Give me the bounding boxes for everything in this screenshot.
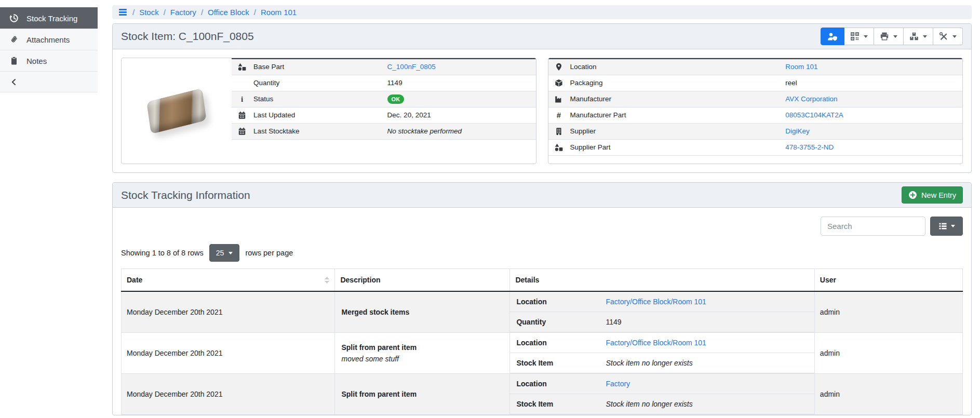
breadcrumb-separator: / (164, 8, 166, 17)
table-row: Monday December 20th 2021 Split from par… (122, 333, 963, 374)
quantity-value: 1149 (387, 79, 402, 87)
print-actions-button[interactable] (874, 28, 904, 45)
detail-sub-row: Location Factory/Office Block/Room 101 (510, 333, 814, 353)
tracking-details: Location Factory/Office Block/Room 101 S… (510, 333, 814, 374)
column-header-label: Date (127, 276, 325, 284)
page-size-dropdown[interactable]: 25 (209, 244, 240, 262)
column-header-date[interactable]: Date (122, 269, 335, 292)
location-link[interactable]: Room 101 (785, 63, 817, 71)
chevron-down-icon (229, 252, 233, 254)
detail-row-quantity: Quantity 1149 (232, 75, 536, 91)
detail-row-supplier: Supplier DigiKey (548, 123, 963, 139)
supplier-part-link[interactable]: 478-3755-2-ND (785, 143, 834, 151)
detail-sub-row: Quantity 1149 (510, 312, 814, 332)
detail-sub-row: Stock Item Stock item no longer exists (510, 394, 814, 414)
stock-tracking-body: Showing 1 to 8 of 8 rows 25 rows per pag… (113, 208, 971, 415)
detail-sub-label: Location (510, 292, 599, 312)
item-details-right-panel: Location Room 101 Packaging reel Manufac… (548, 58, 963, 164)
item-details-left-table: Base Part C_100nF_0805 Quantity 1149 i S… (232, 58, 536, 140)
column-header-details: Details (510, 269, 814, 292)
sidebar: Stock Tracking Attachments Notes (0, 0, 98, 418)
item-actions-button[interactable] (933, 28, 963, 45)
calendar-icon (238, 127, 246, 136)
svg-text:i: i (241, 95, 243, 103)
detail-sub-label: Stock Item (510, 353, 599, 373)
stock-actions-icon (909, 32, 919, 41)
breadcrumb-separator: / (254, 8, 256, 17)
barcode-actions-button[interactable] (844, 28, 874, 45)
plus-circle-icon (908, 191, 917, 199)
tools-icon (939, 32, 948, 41)
detail-sub-value: 1149 (606, 318, 621, 326)
menu-icon[interactable] (119, 9, 127, 15)
qrcode-icon (850, 32, 860, 41)
chevron-down-icon (923, 35, 927, 38)
svg-text:#: # (556, 111, 561, 119)
stock-actions-button[interactable] (904, 28, 933, 45)
industry-icon (555, 95, 563, 103)
supplier-link[interactable]: DigiKey (785, 127, 810, 135)
chevron-down-icon (893, 35, 897, 38)
detail-label: Last Updated (247, 107, 381, 123)
columns-button[interactable] (930, 217, 963, 236)
sidebar-item-notes[interactable]: Notes (0, 50, 98, 71)
history-icon (9, 14, 19, 23)
manufacturer-link[interactable]: AVX Corporation (785, 95, 837, 103)
manufacturer-part-link[interactable]: 08053C104KAT2A (785, 111, 843, 119)
tracking-description: Split from parent item (335, 374, 510, 415)
tracking-user: admin (814, 291, 962, 333)
showing-text: Showing 1 to 8 of 8 rows (121, 249, 204, 257)
tracking-date: Monday December 20th 2021 (122, 374, 335, 415)
tracking-table-header-row: Date Description Details User (122, 269, 963, 292)
tracking-description: Split from parent item moved some stuff (335, 333, 510, 374)
tracking-details: Location Factory/Office Block/Room 101 Q… (510, 291, 814, 333)
breadcrumb-separator: / (132, 8, 135, 17)
table-row: Monday December 20th 2021 Split from par… (122, 374, 963, 415)
detail-label: Manufacturer Part (564, 107, 780, 123)
admin-button[interactable] (821, 28, 844, 45)
last-stocktake-value: No stocktake performed (387, 127, 462, 135)
page-title: Stock Item: C_100nF_0805 (121, 30, 254, 43)
status-badge: OK (387, 95, 405, 104)
page-size-value: 25 (216, 249, 224, 257)
sidebar-item-attachments[interactable]: Attachments (0, 29, 98, 50)
sidebar-item-stock-tracking[interactable]: Stock Tracking (0, 7, 98, 29)
column-header-description: Description (335, 269, 510, 292)
detail-sub-value: Stock item no longer exists (606, 400, 692, 408)
item-details-left-panel: Base Part C_100nF_0805 Quantity 1149 i S… (121, 58, 536, 164)
paperclip-icon (9, 35, 19, 44)
detail-sub-label: Location (510, 333, 599, 353)
search-input[interactable] (821, 217, 925, 236)
printer-icon (880, 32, 889, 41)
column-header-label: User (820, 276, 836, 284)
detail-label: Location (564, 59, 780, 75)
sidebar-collapse-button[interactable] (0, 71, 98, 92)
breadcrumb-link-room-101[interactable]: Room 101 (261, 8, 297, 17)
tracking-description: Merged stock items (335, 291, 510, 333)
pagination-info: Showing 1 to 8 of 8 rows 25 rows per pag… (121, 244, 963, 262)
chevron-down-icon (952, 35, 957, 38)
location-link[interactable]: Factory (606, 380, 630, 388)
detail-row-last-updated: Last Updated Dec. 20, 2021 (232, 107, 536, 123)
detail-row-status: i Status OK (232, 91, 536, 107)
breadcrumb: / Stock / Factory / Office Block / Room … (112, 5, 972, 19)
tracking-description-note: moved some stuff (341, 355, 503, 363)
location-link[interactable]: Factory/Office Block/Room 101 (606, 298, 706, 306)
breadcrumb-link-office-block[interactable]: Office Block (208, 8, 249, 17)
stock-tracking-title: Stock Tracking Information (121, 189, 250, 201)
breadcrumb-link-stock[interactable]: Stock (139, 8, 159, 17)
detail-label: Base Part (247, 59, 381, 75)
table-controls (121, 217, 963, 236)
detail-row-packaging: Packaging reel (548, 75, 963, 91)
table-row: Monday December 20th 2021 Merged stock i… (122, 291, 963, 333)
base-part-link[interactable]: C_100nF_0805 (387, 63, 436, 71)
chevron-left-icon (9, 77, 19, 87)
part-thumbnail[interactable] (122, 58, 232, 164)
shapes-icon (238, 63, 246, 71)
breadcrumb-link-factory[interactable]: Factory (170, 8, 196, 17)
detail-row-base-part: Base Part C_100nF_0805 (232, 59, 536, 75)
detail-sub-row: Location Factory (510, 374, 814, 394)
new-entry-button[interactable]: New Entry (902, 186, 963, 204)
location-link[interactable]: Factory/Office Block/Room 101 (606, 339, 706, 347)
app-root: Stock Tracking Attachments Notes / (0, 0, 980, 418)
